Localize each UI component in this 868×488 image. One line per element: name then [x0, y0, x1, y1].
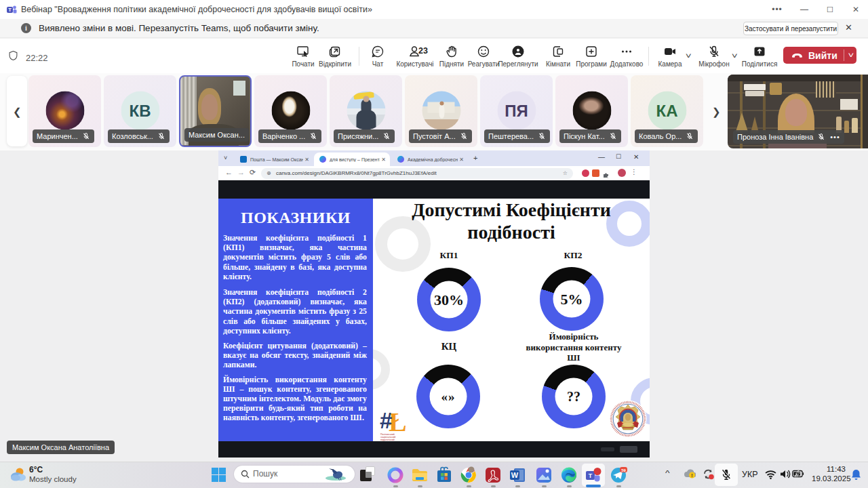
svg-text:!: ! — [691, 473, 692, 478]
svg-text:T: T — [589, 472, 593, 479]
svg-text:59: 59 — [621, 468, 626, 472]
svg-text:W: W — [511, 471, 519, 479]
svg-text:T: T — [8, 7, 12, 13]
